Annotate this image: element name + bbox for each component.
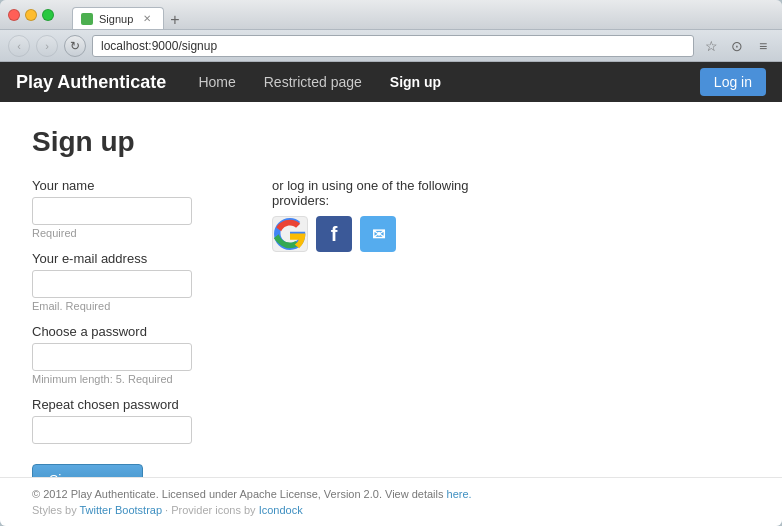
page-footer: © 2012 Play Authenticate. Licensed under… (0, 477, 782, 526)
app-brand: Play Authenticate (16, 72, 166, 93)
name-field-group: Your name Required (32, 178, 232, 239)
password-hint: Minimum length: 5. Required (32, 373, 232, 385)
menu-icon[interactable]: ≡ (752, 35, 774, 57)
facebook-icon-letter: f (331, 223, 338, 246)
repeat-password-input[interactable] (32, 416, 192, 444)
twitter-bootstrap-link[interactable]: Twitter Bootstrap (80, 504, 163, 516)
nav-signup[interactable]: Sign up (378, 66, 453, 98)
facebook-signin-button[interactable]: f (316, 216, 352, 252)
browser-window: Signup ✕ + ‹ › ↻ localhost:9000/signup ☆… (0, 0, 782, 526)
close-button[interactable] (8, 9, 20, 21)
twitter-icon-mark: ✉ (372, 225, 385, 244)
password-field-group: Choose a password Minimum length: 5. Req… (32, 324, 232, 385)
footer-main: © 2012 Play Authenticate. Licensed under… (32, 488, 750, 500)
active-tab[interactable]: Signup ✕ (72, 7, 164, 29)
nav-home[interactable]: Home (186, 66, 247, 98)
social-section: or log in using one of the following pro… (272, 178, 750, 477)
tab-title: Signup (99, 13, 133, 25)
email-input[interactable] (32, 270, 192, 298)
footer-sub: Styles by Twitter Bootstrap · Provider i… (32, 504, 750, 516)
password-input[interactable] (32, 343, 192, 371)
new-tab-button[interactable]: + (164, 11, 185, 29)
email-hint: Email. Required (32, 300, 232, 312)
repeat-password-field-group: Repeat chosen password (32, 397, 232, 444)
tab-close-icon[interactable]: ✕ (143, 13, 151, 24)
login-button[interactable]: Log in (700, 68, 766, 96)
back-icon: ‹ (17, 40, 21, 52)
address-bar[interactable]: localhost:9000/signup (92, 35, 694, 57)
icondock-link[interactable]: Icondock (259, 504, 303, 516)
nav-icons: ☆ ⊙ ≡ (700, 35, 774, 57)
app-nav-links: Home Restricted page Sign up (186, 66, 699, 98)
password-label: Choose a password (32, 324, 232, 339)
download-icon[interactable]: ⊙ (726, 35, 748, 57)
app-navbar: Play Authenticate Home Restricted page S… (0, 62, 782, 102)
twitter-signin-button[interactable]: ✉ (360, 216, 396, 252)
tab-bar: Signup ✕ + (72, 0, 186, 29)
footer-here-link[interactable]: here. (447, 488, 472, 500)
repeat-password-label: Repeat chosen password (32, 397, 232, 412)
title-bar: Signup ✕ + (0, 0, 782, 30)
back-button[interactable]: ‹ (8, 35, 30, 57)
social-icons: f ✉ (272, 216, 750, 252)
nav-bar: ‹ › ↻ localhost:9000/signup ☆ ⊙ ≡ (0, 30, 782, 62)
email-field-group: Your e-mail address Email. Required (32, 251, 232, 312)
social-text: or log in using one of the following pro… (272, 178, 750, 208)
forward-icon: › (45, 40, 49, 52)
bookmark-icon[interactable]: ☆ (700, 35, 722, 57)
page-title: Sign up (32, 126, 750, 158)
forward-button[interactable]: › (36, 35, 58, 57)
signup-form-section: Your name Required Your e-mail address E… (32, 178, 232, 477)
google-signin-button[interactable] (272, 216, 308, 252)
nav-restricted[interactable]: Restricted page (252, 66, 374, 98)
page-content: Sign up Your name Required Your e-mail a… (0, 102, 782, 477)
signup-submit-button[interactable]: Sign up now (32, 464, 143, 477)
name-input[interactable] (32, 197, 192, 225)
name-hint: Required (32, 227, 232, 239)
signup-layout: Your name Required Your e-mail address E… (32, 178, 750, 477)
refresh-button[interactable]: ↻ (64, 35, 86, 57)
email-label: Your e-mail address (32, 251, 232, 266)
name-label: Your name (32, 178, 232, 193)
minimize-button[interactable] (25, 9, 37, 21)
tab-favicon (81, 13, 93, 25)
url-text: localhost:9000/signup (101, 39, 217, 53)
traffic-lights (8, 9, 54, 21)
refresh-icon: ↻ (70, 39, 80, 53)
maximize-button[interactable] (42, 9, 54, 21)
